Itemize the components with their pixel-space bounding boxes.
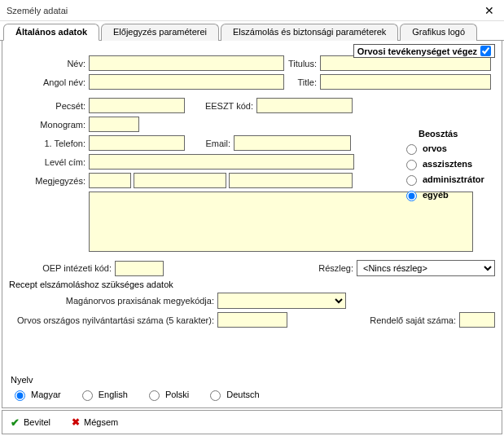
label-pecset: Pecsét: xyxy=(9,101,89,111)
doctor-activity-checkbox[interactable] xyxy=(480,46,491,56)
select-maganorvos[interactable] xyxy=(217,293,346,309)
label-recept-hdr: Recept elszámoláshoz szükséges adatok xyxy=(9,280,173,289)
label-email: Email: xyxy=(185,139,234,148)
check-icon: ✔ xyxy=(11,416,20,429)
label-reszleg: Részleg: xyxy=(314,263,357,273)
input-monogram[interactable] xyxy=(89,117,139,132)
label-title: Title: xyxy=(284,77,320,87)
radio-egyeb[interactable]: egyéb xyxy=(402,188,490,201)
titlebar: Személy adatai ✕ xyxy=(0,0,504,21)
input-megj1[interactable] xyxy=(89,173,131,188)
nyelv-title: Nyelv xyxy=(11,375,274,385)
label-nev: Név: xyxy=(9,59,89,68)
cancel-button[interactable]: ✖ Mégsem xyxy=(72,416,118,428)
label-megj: Megjegyzés: xyxy=(9,176,89,186)
doctor-activity-label: Orvosi tevékenységet végez xyxy=(357,46,477,56)
label-eeszt: EESZT kód: xyxy=(185,101,256,111)
label-level: Levél cím: xyxy=(9,157,89,167)
radio-assziszt[interactable]: asszisztens xyxy=(402,157,490,170)
tab-general[interactable]: Általános adatok xyxy=(3,24,99,41)
input-email[interactable] xyxy=(234,135,351,151)
input-title[interactable] xyxy=(320,74,491,90)
input-rendelo[interactable] xyxy=(459,312,495,328)
input-megj2[interactable] xyxy=(134,173,226,188)
label-rendelo: Rendelő saját száma: xyxy=(362,315,459,325)
input-orvosorsz[interactable] xyxy=(217,312,287,328)
window-title: Személy adatai xyxy=(7,6,481,15)
label-orvosorsz: Orvos országos nyilvántartási száma (5 k… xyxy=(9,315,217,325)
panel-general: Orvosi tevékenységet végez Név: Titulus:… xyxy=(2,41,502,408)
input-level[interactable] xyxy=(89,154,354,170)
tab-schedule[interactable]: Előjegyzés paraméterei xyxy=(101,24,219,41)
input-nev[interactable] xyxy=(89,55,284,71)
doctor-activity-box: Orvosi tevékenységet végez xyxy=(353,44,495,58)
tab-logo[interactable]: Grafikus logó xyxy=(400,24,477,41)
input-megj3[interactable] xyxy=(229,173,353,188)
input-angol[interactable] xyxy=(89,74,284,90)
label-angol: Angol név: xyxy=(9,77,89,87)
input-tel1[interactable] xyxy=(89,135,185,151)
nyelv-group: Nyelv Magyar English Polski Deutsch xyxy=(11,375,274,403)
radio-magyar[interactable]: Magyar xyxy=(11,388,61,401)
label-maganorvos: Magánorvos praxisának megyekódja: xyxy=(9,296,217,306)
input-oep[interactable] xyxy=(115,261,164,276)
beosztas-title: Beosztás xyxy=(419,129,490,139)
footer: ✔ Bevitel ✖ Mégsem xyxy=(2,410,502,434)
radio-english[interactable]: English xyxy=(78,388,128,401)
radio-orvos[interactable]: orvos xyxy=(402,142,490,155)
radio-admin[interactable]: adminisztrátor xyxy=(402,173,490,186)
radio-deutsch[interactable]: Deutsch xyxy=(206,388,259,401)
input-pecset[interactable] xyxy=(89,98,185,113)
ok-button[interactable]: ✔ Bevitel xyxy=(11,416,50,429)
label-monogram: Monogram: xyxy=(9,120,89,130)
close-icon[interactable]: ✕ xyxy=(481,4,497,17)
tabs: Általános adatok Előjegyzés paraméterei … xyxy=(0,23,504,41)
x-icon: ✖ xyxy=(72,416,80,428)
select-reszleg[interactable]: <Nincs részleg> xyxy=(357,260,495,276)
label-titulus: Titulus: xyxy=(284,59,320,68)
tab-billing[interactable]: Elszámolás és biztonsági paraméterek xyxy=(221,24,398,41)
input-eeszt[interactable] xyxy=(256,98,353,113)
radio-polski[interactable]: Polski xyxy=(145,388,189,401)
beosztas-group: Beosztás orvos asszisztens adminisztráto… xyxy=(402,129,490,204)
label-tel1: 1. Telefon: xyxy=(9,139,89,148)
label-oep: OEP intézeti kód: xyxy=(9,263,115,273)
